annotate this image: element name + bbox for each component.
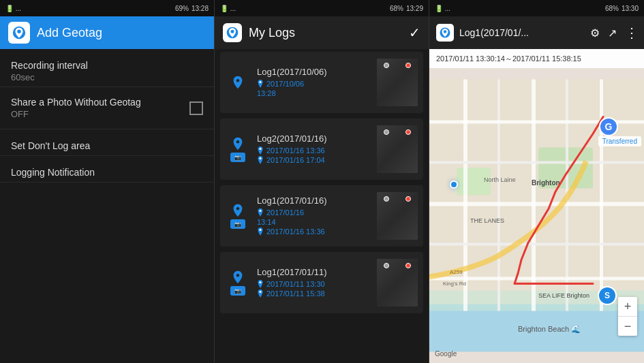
log-date-3a: 2017/01/16 — [266, 208, 304, 217]
svg-rect-20 — [532, 80, 536, 311]
log-icon-area-1 — [226, 75, 250, 90]
share-photo-item[interactable]: Share a Photo Without Geotag OFF — [0, 87, 214, 129]
svg-rect-25 — [429, 202, 644, 206]
log-icon-area-3: 📷 — [226, 203, 250, 229]
app-icons: 🔋 ... — [5, 5, 21, 12]
google-maps-icon: G — [599, 117, 618, 136]
svg-rect-24 — [429, 161, 644, 164]
pin-marker-grey-1 — [384, 63, 389, 68]
log-date-1: 2017/10/06 — [266, 80, 304, 88]
log-title-1: Log1(2017/10/06) — [257, 67, 370, 77]
add-geotag-panel: 🔋 ... 69% 13:28 Add Geotag Recording int… — [0, 0, 215, 363]
svg-point-4 — [260, 81, 262, 83]
svg-point-7 — [260, 210, 262, 212]
pin-marker-grey-2 — [384, 129, 389, 135]
log-date-2a: 2017/01/16 13:36 — [266, 146, 325, 155]
svg-rect-22 — [600, 80, 603, 311]
log-time-row-3c: 2017/01/16 13:36 — [257, 227, 370, 236]
my-logs-app-icon — [223, 23, 242, 42]
pin-marker-grey-4 — [384, 263, 389, 268]
status-left-3: 🔋 ... — [435, 5, 450, 12]
share-icon[interactable]: ↗ — [608, 27, 617, 40]
svg-point-6 — [260, 157, 262, 159]
svg-text:North Laine: North Laine — [484, 176, 516, 183]
svg-text:THE LANES: THE LANES — [470, 217, 504, 224]
time-3: 13:30 — [622, 5, 639, 12]
camera-settings-icon[interactable]: ⚙ — [590, 27, 600, 40]
log-time-3b: 13:14 — [257, 218, 276, 226]
logging-notification-item[interactable]: Logging Notification — [0, 156, 214, 183]
status-right-1: 69% 13:28 — [175, 5, 209, 12]
log-info-2: Log2(2017/01/16) 2017/01/16 13:36 2017/0… — [257, 133, 370, 165]
zoom-controls: + − — [618, 297, 637, 336]
google-logo-text: Google — [435, 350, 457, 358]
set-dont-log-item[interactable]: Set Don't Log area — [0, 129, 214, 156]
set-dont-log-label: Set Don't Log area — [11, 140, 203, 151]
log-thumbnail-4 — [377, 259, 418, 306]
list-item[interactable]: 📷 Log1(2017/01/11) 2017/01/11 13:30 2017… — [220, 252, 423, 313]
camera-icon-4: 📷 — [230, 286, 245, 296]
log-time-row-3b: 13:14 — [257, 218, 370, 226]
list-item[interactable]: 📷 Log2(2017/01/16) 2017/01/16 13:36 2017… — [220, 119, 423, 180]
list-item[interactable]: 📷 Log1(2017/01/16) 2017/01/16 13:14 2017… — [220, 185, 423, 247]
zoom-out-button[interactable]: − — [618, 317, 637, 336]
log-info-1: Log1(2017/10/06) 2017/10/06 13:28 — [257, 67, 370, 99]
svg-point-1 — [17, 29, 21, 33]
svg-point-5 — [260, 148, 262, 150]
app-icons-3: 🔋 ... — [435, 5, 450, 12]
share-photo-label: Share a Photo Without Geotag — [11, 97, 141, 108]
svg-point-8 — [260, 229, 262, 231]
battery-3: 68% — [605, 5, 619, 12]
log-date-4a: 2017/01/11 13:30 — [266, 280, 325, 288]
share-photo-value: OFF — [11, 109, 141, 119]
log-time-row-2a: 2017/01/16 13:36 — [257, 146, 370, 155]
svg-text:King's Rd: King's Rd — [443, 281, 466, 287]
log-icon-area-2: 📷 — [226, 136, 250, 162]
google-logo: Google — [435, 350, 457, 358]
status-bar-1: 🔋 ... 69% 13:28 — [0, 0, 214, 16]
my-logs-header-left: My Logs — [223, 23, 295, 42]
sealife-icon: S — [598, 286, 617, 305]
share-photo-info: Share a Photo Without Geotag OFF — [11, 97, 141, 119]
location-icon-1 — [230, 75, 245, 90]
log-time-row-3a: 2017/01/16 — [257, 208, 370, 217]
svg-point-9 — [260, 281, 262, 283]
status-left-2: 🔋 ... — [220, 5, 236, 12]
checkmark-icon[interactable]: ✓ — [409, 25, 420, 41]
more-options-icon[interactable]: ⋮ — [625, 25, 637, 41]
log-date-4b: 2017/01/11 15:38 — [266, 289, 325, 298]
log-list: Log1(2017/10/06) 2017/10/06 13:28 — [215, 49, 429, 363]
current-location-dot — [450, 180, 458, 189]
svg-text:A259: A259 — [450, 269, 463, 275]
date-range-bar: 2017/01/11 13:30:14～2017/01/11 15:38:15 — [429, 49, 644, 68]
transferred-badge: Transferred — [598, 136, 641, 146]
svg-point-12 — [444, 30, 447, 33]
share-photo-checkbox[interactable] — [189, 101, 203, 115]
my-logs-title: My Logs — [249, 26, 295, 40]
log-time-row-1a: 2017/10/06 — [257, 80, 370, 88]
log-time-1: 13:28 — [257, 89, 276, 97]
log-thumbnail-3 — [377, 192, 418, 240]
recording-interval-item[interactable]: Recording interval 60sec — [0, 49, 214, 87]
status-bar-2: 🔋 ... 68% 13:29 — [215, 0, 429, 16]
svg-point-10 — [260, 291, 262, 293]
status-left-1: 🔋 ... — [5, 5, 21, 12]
my-logs-panel: 🔋 ... 68% 13:29 My Logs ✓ — [215, 0, 429, 363]
status-right-3: 68% 13:30 — [605, 5, 639, 12]
svg-text:SEA LIFE Brighton: SEA LIFE Brighton — [538, 292, 589, 299]
time-1: 13:28 — [191, 5, 209, 12]
location-icon-3 — [230, 203, 245, 218]
camera-icon-3: 📷 — [230, 219, 245, 229]
map-area[interactable]: North Laine THE LANES Brighton Brighton … — [429, 68, 644, 363]
add-geotag-header: Add Geotag — [0, 16, 214, 49]
location-icon-2 — [230, 136, 245, 151]
zoom-in-button[interactable]: + — [618, 297, 637, 316]
list-item[interactable]: Log1(2017/10/06) 2017/10/06 13:28 — [220, 52, 423, 113]
log-date-2b: 2017/01/16 17:04 — [266, 156, 325, 164]
log-time-row-1b: 13:28 — [257, 89, 370, 97]
map-app-icon — [436, 24, 454, 42]
log-time-row-4a: 2017/01/11 13:30 — [257, 280, 370, 288]
app-icons-2: 🔋 ... — [220, 5, 236, 12]
svg-text:Brighton: Brighton — [532, 179, 560, 187]
log-date-3c: 2017/01/16 13:36 — [266, 227, 325, 236]
